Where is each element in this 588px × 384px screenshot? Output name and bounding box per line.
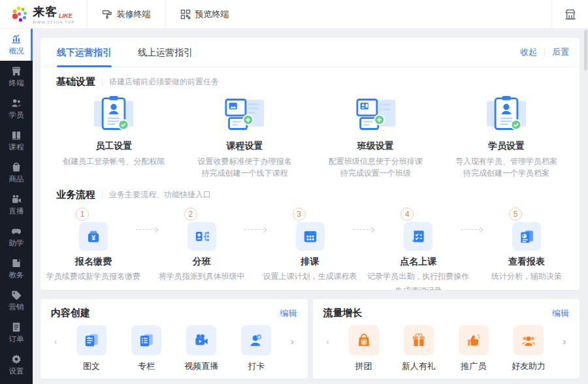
traffic-growth-items: 拼 拼团 [323,325,570,372]
tag-icon [11,290,22,300]
goods-icon [11,162,22,172]
collapse-link[interactable]: 收起 [520,46,537,58]
operation-guide-card: 线下运营指引 线上运营指引 收起 后置 基础设置 搭建店铺前必须要做的前置任务 [41,38,580,290]
clipboard-student-check-illustration [480,95,532,134]
setup-item-desc2: 待完成创建一个学员档案 [441,167,572,179]
person-branch-icon [193,228,210,245]
flow-connector-arrow [244,229,264,230]
tab-offline-guide[interactable]: 线下运营指引 [51,38,118,67]
flow-step-roll-call[interactable]: 4 点名上课 记录学员出勤，执行扣费操作 生成课消记录 [380,208,457,290]
content-item-article[interactable]: 图文 [68,325,115,372]
flow-step-view-reports[interactable]: 5 查看报表 统计分析，辅助决策 [488,208,565,282]
next-arrow-icon[interactable] [560,336,569,347]
svg-text:¥: ¥ [91,234,95,242]
postpone-link[interactable]: 后置 [552,46,569,58]
decorate-terminal-button[interactable]: 装修终端 [87,0,165,28]
flow-step-assign-class[interactable]: 2 分班 将学员指派到具体班级中 [163,208,240,282]
flow-step-schedule[interactable]: 3 排课 设置上课计划，生成课程表 [272,208,349,282]
next-arrow-icon[interactable] [287,336,297,347]
content-creation-card: 内容创建 编辑 图文 [41,299,308,379]
sidebar-item-overview[interactable]: 概况 [0,29,33,61]
content-item-check-in[interactable]: 打卡 [233,325,280,372]
tab-online-guide[interactable]: 线上运营指引 [132,38,199,67]
sidebar-item-academic[interactable]: 教务 [0,253,33,285]
bottom-cards-row: 内容创建 编辑 图文 [41,299,580,379]
traffic-item-tile [514,325,544,355]
preview-terminal-button[interactable]: 预览终端 [165,0,244,28]
setup-item-desc2: 待完成创建一个线下课程 [179,167,310,179]
logo-badge: LIKE [59,12,73,19]
tab-actions-divider [544,48,545,56]
sidebar-item-settings[interactable]: 设置 [0,349,33,381]
thumb-promoter-icon [465,332,482,349]
content-item-column[interactable]: 专栏 [123,325,170,372]
app-logo[interactable]: 来客 LIKE WWW.52YUN.TOP [0,0,87,28]
traffic-growth-edit-link[interactable]: 编辑 [552,308,569,319]
sidebar-item-label: 终端 [9,78,24,88]
prev-arrow-icon[interactable] [323,336,333,347]
setup-item-staff[interactable]: 员工设置 创建员工登录帐号、分配权限 [48,93,179,179]
calendar-grid-icon [302,228,319,245]
traffic-item-label: 好友助力 [512,360,546,372]
setup-item-name: 学员设置 [441,140,572,152]
checklist-scroll-icon [410,228,427,245]
setup-item-class[interactable]: 班级设置 配置班级信息便于分班排课 待完成设置一个班级 [310,93,441,179]
shop-home-button[interactable] [551,0,588,28]
prev-arrow-icon[interactable] [51,336,60,347]
svg-text:拼: 拼 [361,340,366,344]
sidebar-item-label: 直播 [9,206,24,216]
course-card-plus-illustration [218,95,270,134]
traffic-item-newcomer-gift[interactable]: 新人有礼 [395,325,442,372]
setup-item-course[interactable]: 课程设置 设置收费标准便于办理报名 待完成创建一个线下课程 [179,93,310,179]
traffic-item-friend-boost[interactable]: 好友助力 [505,325,552,372]
traffic-item-promoter[interactable]: 推广员 [450,325,497,372]
step-number: 2 [184,208,197,221]
logo-icon [10,5,28,23]
setup-item-name: 班级设置 [310,140,441,152]
content-item-tile [241,325,271,355]
main-content: 线下运营指引 线上运营指引 收起 后置 基础设置 搭建店铺前必须要做的前置任务 [33,29,588,384]
step-desc2: 生成课消记录 [356,285,480,290]
sidebar-item-courses[interactable]: 课程 [0,125,33,157]
flow-connector-arrow [136,229,155,230]
top-bar: 来客 LIKE WWW.52YUN.TOP 装修终端 预览终端 [0,0,588,29]
basic-setup-title: 基础设置 [56,76,95,88]
sidebar-item-label: 概况 [9,46,24,56]
step-icon-tile [512,222,541,251]
basic-setup-header: 基础设置 搭建店铺前必须要做的前置任务 [41,67,580,88]
top-bar-spacer [244,0,551,28]
guide-tabs: 线下运营指引 线上运营指引 收起 后置 [41,38,580,67]
sidebar-item-terminal[interactable]: 终端 [0,61,33,93]
sidebar-item-orders[interactable]: 订单 [0,317,33,349]
setup-item-student[interactable]: 学员设置 导入现有学员、管理学员档案 待完成创建一个学员档案 [441,93,572,179]
step-desc: 记录学员出勤，执行扣费操作 [356,270,480,282]
chart-icon [11,34,22,44]
traffic-growth-card: 流量增长 编辑 拼 拼团 [313,299,580,379]
content-item-tile [131,325,161,355]
check-in-person-icon [248,332,265,349]
step-icon-tile [188,222,216,251]
traffic-item-group-buy[interactable]: 拼 拼团 [340,325,387,372]
sidebar-item-marketing[interactable]: 营销 [0,285,33,317]
column-list-icon [138,332,155,349]
sidebar-item-students[interactable]: 学员 [0,93,33,125]
traffic-item-label: 新人有礼 [402,360,436,372]
sidebar-item-goods[interactable]: 商品 [0,157,33,189]
basic-setup-subtitle: 搭建店铺前必须要做的前置任务 [109,76,219,88]
qr-code-icon [180,9,191,20]
article-icon [83,332,100,349]
sidebar-item-study-aid[interactable]: 助学 [0,221,33,253]
step-name: 分班 [193,256,211,268]
setup-item-desc: 导入现有学员、管理学员档案 [441,155,572,167]
basic-setup-grid: 员工设置 创建员工登录帐号、分配权限 [41,88,580,180]
content-creation-edit-link[interactable]: 编辑 [280,308,297,319]
content-item-video-live[interactable]: 视频直播 [178,325,225,372]
sidebar-item-live[interactable]: 直播 [0,189,33,221]
clipboard-person-check-illustration [88,95,140,134]
gift-icon [410,332,427,349]
content-item-tile [76,325,106,355]
flow-step-enroll-pay[interactable]: 1 ¥ 报名缴费 学员续费或新学员报名缴费 [55,208,132,282]
vertical-scrollbar[interactable] [584,30,587,71]
step-name: 排课 [301,256,319,268]
step-icon-tile [404,222,433,251]
